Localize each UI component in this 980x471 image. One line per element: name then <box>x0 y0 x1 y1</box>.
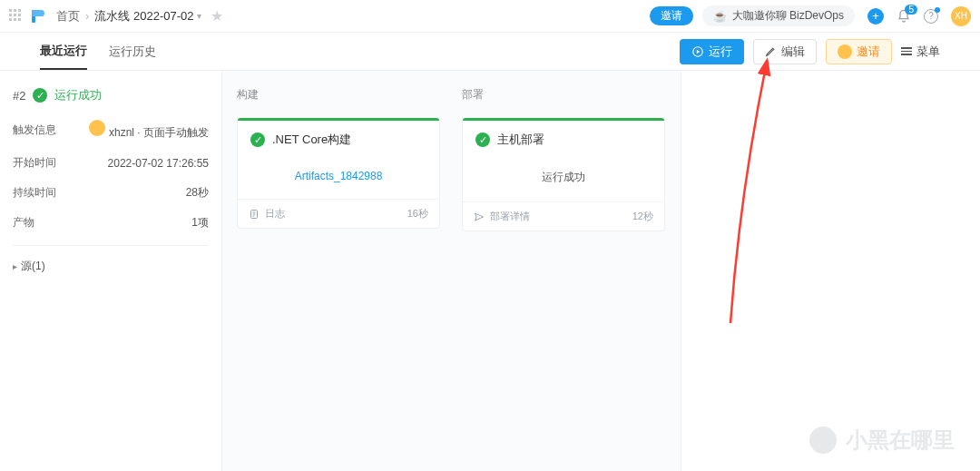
watermark: 小黑在哪里 <box>809 426 955 455</box>
bizdevops-pill[interactable]: ☕ 大咖邀你聊 BizDevOps <box>702 5 855 26</box>
toolbar: 最近运行 运行历史 运行 编辑 邀请 菜单 <box>0 33 980 71</box>
stage-build: 构建 ✓ .NET Core构建 Artifacts_1842988 日志 <box>237 87 440 231</box>
run-button[interactable]: 运行 <box>680 39 744 64</box>
log-icon <box>249 209 260 220</box>
avatar-small-icon <box>838 44 852 59</box>
top-bar: 首页 › 流水线 2022-07-02 ▾ ★ 邀请 ☕ 大咖邀你聊 BizDe… <box>0 0 980 33</box>
right-gutter <box>681 71 980 471</box>
deploy-card[interactable]: ✓ 主机部署 运行成功 部署详情 12秒 <box>462 117 665 231</box>
trigger-value: xhznl · 页面手动触发 <box>89 120 209 141</box>
build-duration: 16秒 <box>407 207 428 221</box>
notifications-button[interactable]: 5 <box>897 9 911 24</box>
chevron-right-icon: › <box>85 9 89 23</box>
breadcrumb-current-label: 流水线 2022-07-02 <box>94 8 193 25</box>
build-log-label: 日志 <box>265 207 285 221</box>
duration-value: 28秒 <box>186 185 209 201</box>
play-circle-icon <box>691 45 704 58</box>
run-button-label: 运行 <box>709 44 732 60</box>
build-card[interactable]: ✓ .NET Core构建 Artifacts_1842988 日志 16秒 <box>237 117 440 229</box>
pencil-icon <box>765 45 777 57</box>
avatar[interactable]: XH <box>951 6 971 26</box>
main-body: #2 ✓ 运行成功 触发信息 xhznl · 页面手动触发 开始时间 2022-… <box>0 71 980 471</box>
avatar-text: XH <box>951 6 971 26</box>
success-check-icon: ✓ <box>33 88 47 103</box>
menu-button[interactable]: 菜单 <box>901 44 940 60</box>
run-number: #2 <box>13 89 25 103</box>
apps-grid-icon[interactable] <box>9 9 24 24</box>
start-time-value: 2022-07-02 17:26:55 <box>108 157 209 170</box>
menu-button-label: 菜单 <box>916 44 940 60</box>
wechat-icon <box>809 427 837 454</box>
artifact-row: 产物 1项 <box>13 215 209 231</box>
duration-row: 持续时间 28秒 <box>13 185 209 201</box>
run-header: #2 ✓ 运行成功 <box>13 87 209 103</box>
invite-pill[interactable]: 邀请 <box>650 6 693 25</box>
trigger-row: 触发信息 xhznl · 页面手动触发 <box>13 120 209 141</box>
deploy-card-title: 主机部署 <box>497 132 544 148</box>
tabs: 最近运行 运行历史 <box>40 33 156 70</box>
invite-button-label: 邀请 <box>857 44 880 60</box>
start-time-label: 开始时间 <box>13 155 56 171</box>
run-sidebar: #2 ✓ 运行成功 触发信息 xhznl · 页面手动触发 开始时间 2022-… <box>0 71 222 471</box>
stage-deploy: 部署 ✓ 主机部署 运行成功 部署详情 12 <box>462 87 665 231</box>
success-check-icon: ✓ <box>250 132 265 147</box>
breadcrumb: 首页 › 流水线 2022-07-02 ▾ <box>56 8 201 25</box>
edit-button[interactable]: 编辑 <box>753 39 817 64</box>
watermark-text: 小黑在哪里 <box>846 426 955 455</box>
stage-deploy-title: 部署 <box>462 87 665 103</box>
bizdevops-label: 大咖邀你聊 BizDevOps <box>732 8 844 24</box>
build-card-title: .NET Core构建 <box>272 132 351 148</box>
duration-label: 持续时间 <box>13 185 56 201</box>
add-button[interactable]: + <box>867 8 884 25</box>
notifications-badge: 5 <box>905 5 917 15</box>
tab-recent-runs[interactable]: 最近运行 <box>40 33 87 70</box>
chevron-down-icon: ▾ <box>197 11 201 21</box>
success-check-icon: ✓ <box>475 132 490 147</box>
edit-button-label: 编辑 <box>781 44 805 60</box>
breadcrumb-current[interactable]: 流水线 2022-07-02 ▾ <box>94 8 201 25</box>
coffee-icon: ☕ <box>713 10 727 23</box>
deploy-result: 运行成功 <box>542 171 585 183</box>
build-artifact-link[interactable]: Artifacts_1842988 <box>295 170 383 182</box>
help-button[interactable]: ? <box>924 9 938 24</box>
artifact-link[interactable]: 1项 <box>191 215 209 231</box>
tab-run-history[interactable]: 运行历史 <box>109 33 156 70</box>
source-collapse[interactable]: 源(1) <box>13 259 209 274</box>
send-icon <box>474 211 485 222</box>
invite-button[interactable]: 邀请 <box>826 39 892 64</box>
star-icon[interactable]: ★ <box>211 7 223 25</box>
deploy-detail-label: 部署详情 <box>490 210 530 223</box>
artifact-label: 产物 <box>13 215 34 231</box>
trigger-label: 触发信息 <box>13 123 56 138</box>
run-status: 运行成功 <box>54 87 102 103</box>
pipeline-canvas: 构建 ✓ .NET Core构建 Artifacts_1842988 日志 <box>222 71 681 471</box>
breadcrumb-home[interactable]: 首页 <box>56 8 80 25</box>
product-logo-icon[interactable] <box>29 7 47 25</box>
hamburger-icon <box>901 47 912 55</box>
deploy-duration: 12秒 <box>632 210 653 223</box>
start-time-row: 开始时间 2022-07-02 17:26:55 <box>13 155 209 171</box>
build-log-link[interactable]: 日志 <box>249 207 285 221</box>
deploy-detail-link[interactable]: 部署详情 <box>474 210 530 223</box>
stage-build-title: 构建 <box>237 87 440 103</box>
trigger-avatar-icon <box>89 120 105 136</box>
divider <box>13 245 209 246</box>
